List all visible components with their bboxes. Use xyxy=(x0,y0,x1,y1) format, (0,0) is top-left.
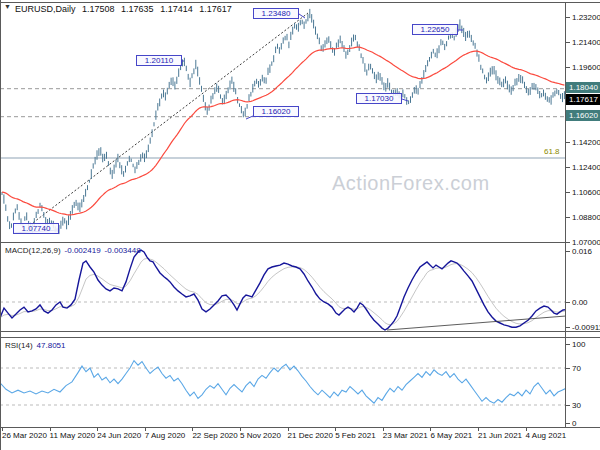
macd-tick-mark xyxy=(566,302,570,303)
fib-61-8-label: 61.8 xyxy=(544,147,560,156)
price-tick-mark xyxy=(566,17,570,18)
price-tick-mark xyxy=(566,42,570,43)
price-tick-mark xyxy=(566,167,570,168)
date-label-7: 5 Feb 2021 xyxy=(335,431,375,440)
macd-tick-0.016: 0.016 xyxy=(572,247,592,256)
price-tick-1.10600: 1.10600 xyxy=(572,188,600,197)
macd-signal-line xyxy=(0,259,566,325)
chart-title: EURUSD,Daily 1.17508 1.17635 1.17414 1.1… xyxy=(15,4,232,14)
trendline xyxy=(30,13,308,225)
price-macd-separator[interactable] xyxy=(0,242,566,243)
price-tick-1.07000: 1.07000 xyxy=(572,238,600,247)
macd-tick-0.00: 0.00 xyxy=(572,298,588,307)
rsi-line xyxy=(0,361,566,404)
close-value: 1.17617 xyxy=(199,4,232,14)
left-border xyxy=(0,0,1,450)
macd-signal-value: -0.003448 xyxy=(105,246,141,255)
price-callout-1-17030: 1.17030 xyxy=(356,93,402,104)
rsi-tick-70: 70 xyxy=(572,364,581,373)
rsi-tick-mark xyxy=(566,423,570,424)
chart-window: ▼ EURUSD,Daily 1.17508 1.17635 1.17414 1… xyxy=(0,0,600,450)
rsi-tick-mark xyxy=(566,405,570,406)
date-label-5: 5 Nov 2020 xyxy=(240,431,281,440)
price-tick-1.19600: 1.19600 xyxy=(572,63,600,72)
open-value: 1.17508 xyxy=(82,4,115,14)
scale-last-price: 1.17617 xyxy=(566,94,600,105)
price-tick-mark xyxy=(566,192,570,193)
date-label-3: 7 Aug 2020 xyxy=(145,431,185,440)
price-tick-1.12400: 1.12400 xyxy=(572,163,600,172)
price-tick-1.21400: 1.21400 xyxy=(572,38,600,47)
macd-bottom-border[interactable] xyxy=(0,331,600,332)
rsi-canvas[interactable] xyxy=(0,338,566,427)
date-label-10: 21 Jun 2021 xyxy=(478,431,522,440)
rsi-name: RSI(14) xyxy=(5,341,33,350)
date-label-6: 21 Dec 2020 xyxy=(288,431,333,440)
macd-label: MACD(12,26,9)-0.002419-0.003448 xyxy=(5,246,141,255)
price-tick-mark xyxy=(566,242,570,243)
price-callout-1-16020: 1.16020 xyxy=(253,106,299,117)
price-tick-mark xyxy=(566,67,570,68)
rsi-date-separator xyxy=(0,427,600,428)
macd-tick-mark xyxy=(566,327,570,328)
macd-trendline xyxy=(387,316,566,330)
rsi-value: 47.8051 xyxy=(37,341,66,350)
macd-value: -0.002419 xyxy=(65,246,101,255)
date-label-4: 22 Sep 2020 xyxy=(192,431,237,440)
top-border xyxy=(0,2,600,3)
macd-main-line xyxy=(0,250,566,330)
rsi-label: RSI(14)47.8051 xyxy=(5,341,65,350)
scale-separator xyxy=(565,2,566,427)
high-value: 1.17635 xyxy=(121,4,154,14)
date-label-11: 4 Aug 2021 xyxy=(526,431,566,440)
price-bars xyxy=(2,9,564,234)
macd-tick--0.009116: -0.009116 xyxy=(572,323,600,332)
price-callout-1-20110: 1.20110 xyxy=(136,55,182,66)
price-tick-1.08800: 1.08800 xyxy=(572,213,600,222)
collapse-icon[interactable]: ▼ xyxy=(4,3,11,10)
scale-level-1-18040: 1.18040 xyxy=(566,82,600,93)
date-label-9: 6 May 2021 xyxy=(430,431,472,440)
rsi-tick-30: 30 xyxy=(572,401,581,410)
rsi-tick-100: 100 xyxy=(572,340,585,349)
price-callout-1-07740: 1.07740 xyxy=(13,223,59,234)
rsi-top-border[interactable] xyxy=(0,337,600,338)
price-tick-mark xyxy=(566,142,570,143)
price-tick-1.23200: 1.23200 xyxy=(572,13,600,22)
date-label-0: 26 Mar 2020 xyxy=(2,431,47,440)
price-tick-mark xyxy=(566,217,570,218)
price-callout-1-23480: 1.23480 xyxy=(253,8,299,19)
watermark: ActionForex.com xyxy=(332,172,490,195)
scale-level-1-16020: 1.16020 xyxy=(566,110,600,121)
price-callout-1-22650: 1.22650 xyxy=(412,24,458,35)
low-value: 1.17414 xyxy=(160,4,193,14)
rsi-tick-mark xyxy=(566,344,570,345)
price-tick-1.14200: 1.14200 xyxy=(572,138,600,147)
rsi-tick-mark xyxy=(566,368,570,369)
macd-tick-mark xyxy=(566,251,570,252)
rsi-tick-0: 0 xyxy=(572,419,576,428)
symbol-timeframe: EURUSD,Daily xyxy=(15,4,76,14)
date-label-2: 24 Jun 2020 xyxy=(97,431,141,440)
date-label-8: 23 Mar 2021 xyxy=(383,431,428,440)
date-label-1: 11 May 2020 xyxy=(50,431,96,440)
macd-name: MACD(12,26,9) xyxy=(5,246,61,255)
macd-canvas[interactable] xyxy=(0,243,566,331)
price-canvas[interactable] xyxy=(0,0,566,242)
